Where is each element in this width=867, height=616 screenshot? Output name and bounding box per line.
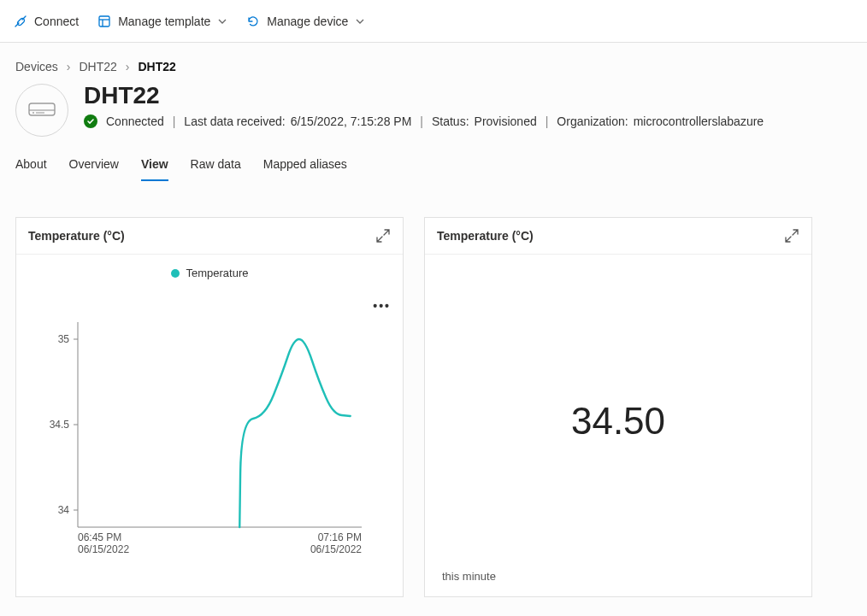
card-title: Temperature (°C): [437, 229, 534, 243]
svg-text:06/15/2022: 06/15/2022: [310, 543, 362, 555]
card-temperature-kpi: Temperature (°C) 34.50 this minute: [424, 217, 812, 597]
status-ok-icon: [84, 114, 97, 128]
device-avatar: [15, 84, 68, 137]
tab-overview[interactable]: Overview: [69, 157, 119, 181]
kpi-subtitle: this minute: [442, 570, 496, 583]
manage-template-label: Manage template: [118, 15, 210, 28]
svg-text:35: 35: [58, 333, 70, 345]
breadcrumb-separator: ›: [126, 60, 130, 73]
svg-rect-0: [99, 16, 109, 26]
breadcrumb-current: DHT22: [139, 60, 176, 73]
manage-template-button[interactable]: Manage template: [97, 15, 227, 28]
tab-about[interactable]: About: [15, 157, 47, 181]
chevron-down-icon: [355, 16, 365, 26]
legend-dot: [171, 269, 180, 278]
status-label: Status:: [432, 114, 469, 128]
temperature-line-chart: 3434.53506:45 PM06/15/202207:16 PM06/15/…: [30, 314, 372, 561]
breadcrumb: Devices › DHT22 › DHT22: [0, 43, 867, 82]
card-temperature-chart: Temperature (°C) Temperature ••• 3434.53…: [15, 217, 404, 597]
tab-view[interactable]: View: [141, 157, 168, 181]
template-icon: [97, 15, 111, 28]
expand-icon[interactable]: [375, 228, 391, 243]
svg-text:34.5: 34.5: [50, 419, 70, 431]
manage-device-label: Manage device: [267, 15, 348, 28]
refresh-icon: [246, 15, 260, 28]
plug-icon: [14, 15, 27, 28]
card-title: Temperature (°C): [28, 229, 125, 243]
svg-text:07:16 PM: 07:16 PM: [318, 531, 362, 543]
tab-raw-data[interactable]: Raw data: [191, 157, 241, 181]
device-header: DHT22 Connected | Last data received: 6/…: [0, 82, 867, 144]
tabs: About Overview View Raw data Mapped alia…: [0, 144, 867, 181]
last-data-label: Last data received:: [184, 114, 285, 128]
svg-text:06:45 PM: 06:45 PM: [78, 531, 121, 543]
card-header: Temperature (°C): [16, 218, 403, 255]
svg-text:34: 34: [58, 504, 70, 516]
more-icon[interactable]: •••: [373, 299, 391, 313]
last-data-value: 6/15/2022, 7:15:28 PM: [291, 114, 412, 128]
expand-icon[interactable]: [784, 228, 799, 243]
connect-label: Connect: [34, 15, 79, 28]
card-body: Temperature ••• 3434.53506:45 PM06/15/20…: [16, 255, 403, 596]
connected-label: Connected: [106, 114, 164, 128]
card-header: Temperature (°C): [425, 218, 811, 255]
status-row: Connected | Last data received: 6/15/202…: [84, 114, 764, 128]
tab-mapped-aliases[interactable]: Mapped aliases: [263, 157, 347, 181]
connect-button[interactable]: Connect: [14, 15, 79, 28]
status-value: Provisioned: [475, 114, 537, 128]
page-title: DHT22: [84, 82, 764, 109]
svg-point-5: [32, 112, 34, 114]
svg-text:06/15/2022: 06/15/2022: [78, 543, 129, 555]
device-icon: [27, 101, 56, 120]
kpi-value: 34.50: [434, 400, 803, 443]
chevron-down-icon: [217, 16, 227, 26]
org-value: microcontrollerslabazure: [634, 114, 764, 128]
card-row: Temperature (°C) Temperature ••• 3434.53…: [0, 181, 867, 614]
legend-label: Temperature: [186, 267, 249, 279]
svg-rect-3: [29, 103, 55, 115]
breadcrumb-item-devices[interactable]: Devices: [15, 60, 58, 73]
breadcrumb-item-template[interactable]: DHT22: [79, 60, 116, 73]
card-body: 34.50 this minute: [425, 255, 811, 596]
command-bar: Connect Manage template Manage device: [0, 0, 867, 43]
org-label: Organization:: [557, 114, 628, 128]
chart-legend: Temperature: [25, 267, 394, 279]
manage-device-button[interactable]: Manage device: [246, 15, 365, 28]
breadcrumb-separator: ›: [67, 60, 71, 73]
